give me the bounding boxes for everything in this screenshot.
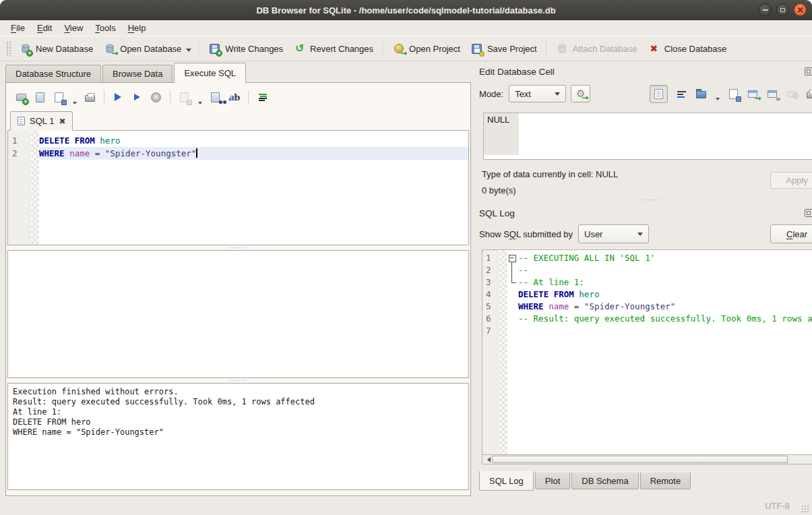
open-project-button[interactable]: → Open Project — [387, 40, 466, 58]
edit-cell-title: Edit Database Cell — [479, 67, 801, 77]
titlebar: DB Browser for SQLite - /home/user/code/… — [0, 0, 812, 20]
toolbar-separator — [546, 41, 547, 56]
save-project-icon — [471, 43, 482, 55]
scroll-left-icon[interactable] — [482, 456, 492, 464]
open-sql-file-icon[interactable] — [34, 92, 46, 103]
open-in-external-icon[interactable]: → — [747, 88, 759, 100]
save-results-icon[interactable] — [179, 92, 190, 103]
dock-tab-plot[interactable]: Plot — [535, 473, 570, 489]
cell-info-row: Type of data currently in cell: NULL 0 b… — [482, 169, 812, 195]
sql-tab-close-icon[interactable]: ✖ — [59, 117, 65, 126]
resize-grip[interactable] — [801, 504, 810, 514]
revert-changes-button[interactable]: ↺ Revert Changes — [288, 40, 379, 58]
dock-tabbar: SQL Log Plot DB Schema Remote — [479, 473, 812, 493]
float-dock-icon[interactable] — [805, 67, 812, 75]
main-content: Database Structure Browse Data Execute S… — [0, 61, 812, 497]
clear-log-button[interactable]: Clear — [770, 224, 812, 243]
sql-log-lines: 1-- EXECUTING ALL IN 'SQL 1'2--3-- At li… — [482, 250, 812, 337]
dock-tab-sql-log[interactable]: SQL Log — [479, 471, 534, 491]
minimize-icon — [763, 9, 768, 11]
app-window: DB Browser for SQLite - /home/user/code/… — [0, 0, 812, 515]
arrow-badge-icon: → — [111, 50, 118, 57]
open-database-button[interactable]: → Open Database — [98, 40, 187, 58]
log-horizontal-scrollbar[interactable] — [482, 455, 812, 464]
set-null-icon[interactable] — [786, 88, 798, 100]
minimize-button[interactable] — [759, 3, 772, 16]
close-button[interactable]: ✕ — [794, 3, 807, 16]
mode-label: Mode: — [479, 89, 503, 99]
text-mode-button[interactable] — [650, 85, 668, 103]
cell-type-info: Type of data currently in cell: NULL — [482, 169, 618, 179]
splitter-cell-log[interactable] — [479, 198, 812, 205]
write-changes-button[interactable]: + Write Changes — [204, 40, 288, 58]
open-project-icon: → — [393, 43, 404, 55]
tab-database-structure[interactable]: Database Structure — [5, 65, 101, 82]
write-changes-icon: + — [209, 43, 220, 55]
menu-tools[interactable]: Tools — [89, 21, 121, 35]
mode-combobox[interactable]: Text — [509, 85, 566, 102]
save-sql-file-icon[interactable] — [53, 92, 65, 103]
sql-log-filter-row: Show SQL submitted by User Clear — [479, 224, 812, 243]
stop-execution-icon[interactable]: ✕ — [150, 92, 162, 103]
word-wrap-icon[interactable] — [676, 88, 687, 100]
maximize-button[interactable] — [776, 3, 789, 16]
edit-cell-header: Edit Database Cell — [479, 65, 812, 78]
float-dock-icon[interactable] — [805, 209, 812, 217]
close-database-button[interactable]: ✖ Close Database — [643, 40, 732, 58]
tab-execute-sql[interactable]: Execute SQL — [174, 63, 246, 83]
export-cell-data-icon[interactable] — [728, 88, 739, 100]
tab-browse-data[interactable]: Browse Data — [102, 65, 173, 82]
open-database-dropdown-arrow[interactable] — [186, 49, 191, 55]
cell-value-editor[interactable]: NULL — [483, 113, 812, 160]
menu-edit[interactable]: Edit — [31, 21, 58, 35]
menu-file[interactable]: File — [5, 21, 31, 35]
print-icon[interactable] — [84, 92, 96, 103]
save-results-dropdown-arrow[interactable] — [198, 102, 202, 107]
sql-document-icon — [18, 117, 25, 125]
dock-tab-db-schema[interactable]: DB Schema — [571, 473, 638, 489]
execute-all-icon[interactable] — [113, 92, 124, 103]
sql-toolbar: + ✕ ab — [7, 87, 469, 107]
revert-changes-icon: ↺ — [294, 43, 305, 55]
dock-tab-remote[interactable]: Remote — [640, 473, 691, 489]
save-project-button[interactable]: Save Project — [466, 40, 542, 58]
execution-message-pane: Execution finished without errors.Result… — [7, 383, 469, 490]
sql-tab[interactable]: SQL 1 ✖ — [10, 111, 73, 131]
splitter-editor-results[interactable] — [7, 245, 469, 250]
main-toolbar: + New Database → Open Database + Write C… — [0, 36, 812, 61]
splitter-results-message[interactable] — [7, 378, 469, 383]
encoding-indicator: UTF-8 — [765, 501, 790, 511]
find-in-sql-icon[interactable] — [210, 92, 221, 103]
import-dropdown-arrow[interactable] — [716, 98, 720, 102]
new-sql-tab-icon[interactable]: + — [15, 92, 27, 103]
scrollbar-thumb[interactable] — [492, 456, 788, 463]
save-sql-dropdown-arrow[interactable] — [73, 102, 77, 107]
toolbar-grip[interactable] — [6, 41, 11, 56]
menu-help[interactable]: Help — [122, 21, 152, 35]
maximize-icon — [780, 8, 785, 12]
execute-line-icon[interactable] — [131, 92, 143, 103]
toolbar-separator — [170, 90, 170, 104]
main-tabbar: Database Structure Browse Data Execute S… — [0, 61, 474, 82]
import-cell-data-icon[interactable] — [695, 88, 707, 100]
close-database-icon: ✖ — [648, 43, 660, 55]
find-replace-icon[interactable]: ab — [228, 92, 240, 103]
results-table-pane[interactable] — [7, 250, 469, 378]
submitted-by-combobox[interactable]: User — [578, 224, 649, 243]
toolbar-separator — [104, 90, 104, 104]
sql-editor[interactable]: 1DELETE FROM hero2WHERE name = "Spider-Y… — [7, 131, 469, 245]
sql-code-lines: 1DELETE FROM hero2WHERE name = "Spider-Y… — [8, 131, 468, 160]
auto-apply-button[interactable]: ⚙→ — [571, 85, 590, 102]
sql-tabbar: SQL 1 ✖ — [7, 111, 469, 131]
apply-button[interactable]: Apply — [770, 172, 812, 189]
new-database-button[interactable]: + New Database — [14, 40, 98, 58]
copy-link-icon[interactable]: ∞ — [767, 88, 778, 100]
format-sql-icon[interactable] — [257, 92, 268, 103]
menu-view[interactable]: View — [58, 21, 89, 35]
print-cell-icon[interactable] — [806, 88, 812, 100]
window-title: DB Browser for SQLite - /home/user/code/… — [256, 5, 555, 16]
attach-database-button[interactable]: Attach Database — [551, 40, 643, 58]
cell-size-info: 0 byte(s) — [482, 185, 618, 195]
close-icon: ✕ — [797, 6, 803, 14]
sql-log-view[interactable]: 1-- EXECUTING ALL IN 'SQL 1'2--3-- At li… — [482, 249, 812, 455]
